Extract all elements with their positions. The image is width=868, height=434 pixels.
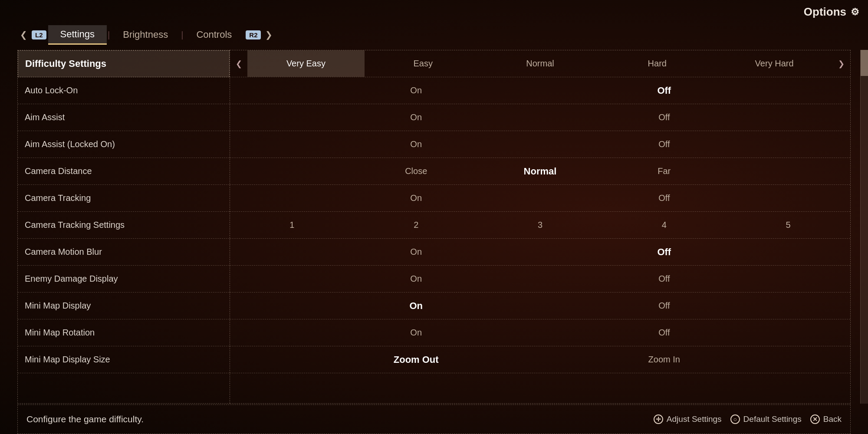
sidebar-item-aim-assist[interactable]: Aim Assist (18, 104, 230, 131)
val-cell (230, 104, 354, 131)
val-cell (726, 319, 850, 346)
val-cell (726, 131, 850, 158)
val-cell: Zoom In (602, 346, 726, 373)
scrollbar[interactable] (860, 50, 868, 404)
val-cell (726, 185, 850, 211)
cross-icon: ✛ (654, 414, 663, 424)
back-hint: ✕ Back (810, 414, 842, 424)
table-row: On Off (230, 104, 850, 131)
sidebar-item-difficulty-settings[interactable]: Difficulty Settings (18, 50, 230, 77)
sidebar-item-camera-tracking[interactable]: Camera Tracking (18, 185, 230, 212)
l2-badge: L2 (32, 30, 46, 39)
val-cell (726, 346, 850, 373)
val-cell (230, 293, 354, 319)
sidebar-item-auto-lock-on[interactable]: Auto Lock-On (18, 77, 230, 104)
sidebar-item-enemy-damage-display[interactable]: Enemy Damage Display (18, 266, 230, 293)
default-settings-label: Default Settings (743, 414, 802, 424)
sidebar-item-mini-map-rotation[interactable]: Mini Map Rotation (18, 319, 230, 346)
tab-bar: ❮ L2 Settings | Brightness | Controls R2… (0, 22, 868, 48)
val-cell: Off (602, 266, 726, 292)
table-row: On Off (230, 131, 850, 158)
val-cell (726, 77, 850, 104)
scrollbar-thumb[interactable] (861, 50, 868, 76)
val-cell: On (354, 131, 478, 158)
tab-sep-2: | (181, 30, 183, 40)
val-cell (230, 266, 354, 292)
sidebar-item-camera-distance[interactable]: Camera Distance (18, 158, 230, 185)
val-cell: On (354, 77, 478, 104)
val-cell (230, 185, 354, 211)
val-cell (478, 346, 602, 373)
sidebar-item-camera-tracking-settings[interactable]: Camera Tracking Settings (18, 212, 230, 239)
val-cell (230, 346, 354, 373)
sidebar-item-camera-motion-blur[interactable]: Camera Motion Blur (18, 239, 230, 266)
val-cell (478, 104, 602, 131)
val-cell: Zoom Out (354, 346, 478, 373)
circle-icon: ○ (730, 414, 740, 424)
sidebar-item-aim-assist-locked[interactable]: Aim Assist (Locked On) (18, 131, 230, 158)
val-cell: Off (602, 131, 726, 158)
title-text: Options (804, 5, 846, 19)
bottom-bar: Configure the game difficulty. ✛ Adjust … (17, 404, 851, 434)
val-cell: Off (602, 77, 726, 104)
table-row: On Off (230, 266, 850, 293)
tab-settings[interactable]: Settings (48, 25, 107, 45)
settings-list: Difficulty Settings Auto Lock-On Aim Ass… (17, 50, 230, 404)
bottom-hints: ✛ Adjust Settings ○ Default Settings ✕ B… (654, 414, 842, 424)
table-row: 1 2 3 4 5 (230, 212, 850, 239)
adjust-settings-label: Adjust Settings (667, 414, 722, 424)
val-cell (230, 131, 354, 158)
val-cell: 2 (354, 212, 478, 238)
tab-right-arrow[interactable]: ❯ (263, 30, 275, 40)
val-cell: 4 (602, 212, 726, 238)
sidebar-item-mini-map-display[interactable]: Mini Map Display (18, 293, 230, 319)
gear-icon: ⚙ (851, 7, 859, 18)
setting-description: Configure the game difficulty. (26, 414, 144, 424)
val-cell (726, 293, 850, 319)
diff-col-easy[interactable]: Easy (365, 50, 482, 77)
val-cell: 5 (726, 212, 850, 238)
diff-col-hard[interactable]: Hard (598, 50, 716, 77)
table-row: Close Normal Far (230, 158, 850, 185)
values-panel: ❮ Very Easy Easy Normal Hard Very Hard ❯… (230, 50, 851, 404)
table-row: On Off (230, 319, 850, 346)
diff-col-normal[interactable]: Normal (482, 50, 599, 77)
sidebar-item-mini-map-display-size[interactable]: Mini Map Display Size (18, 346, 230, 373)
table-row: On Off (230, 293, 850, 319)
page-title: Options ⚙ (795, 0, 868, 24)
val-cell: On (354, 104, 478, 131)
val-cell (478, 239, 602, 265)
val-cell: Off (602, 319, 726, 346)
val-cell: On (354, 266, 478, 292)
tab-controls[interactable]: Controls (184, 26, 244, 44)
main-content: Difficulty Settings Auto Lock-On Aim Ass… (17, 50, 851, 404)
val-cell (230, 239, 354, 265)
val-cell: On (354, 185, 478, 211)
difficulty-right-arrow[interactable]: ❯ (833, 59, 850, 69)
val-cell: On (354, 239, 478, 265)
tab-brightness[interactable]: Brightness (111, 26, 180, 44)
table-row: On Off (230, 185, 850, 212)
diff-col-very-easy[interactable]: Very Easy (247, 50, 365, 77)
val-cell (478, 266, 602, 292)
val-cell: Off (602, 293, 726, 319)
table-row: On Off (230, 77, 850, 104)
adjust-settings-hint: ✛ Adjust Settings (654, 414, 722, 424)
r2-badge: R2 (246, 30, 261, 39)
val-cell (726, 266, 850, 292)
val-cell (726, 158, 850, 184)
back-label: Back (823, 414, 842, 424)
val-cell: Off (602, 239, 726, 265)
diff-col-very-hard[interactable]: Very Hard (716, 50, 833, 77)
table-row: On Off (230, 239, 850, 266)
val-cell: On (354, 319, 478, 346)
tab-sep-1: | (108, 30, 110, 40)
val-cell: Far (602, 158, 726, 184)
difficulty-left-arrow[interactable]: ❮ (230, 59, 247, 69)
val-cell: Normal (478, 158, 602, 184)
val-cell: Close (354, 158, 478, 184)
val-cell (478, 77, 602, 104)
val-cell (230, 77, 354, 104)
val-cell: 1 (230, 212, 354, 238)
tab-left-arrow[interactable]: ❮ (17, 30, 30, 40)
